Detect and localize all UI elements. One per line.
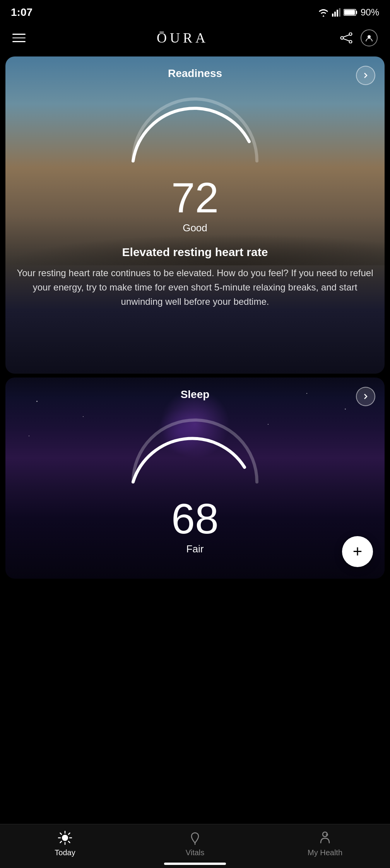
svg-line-11 <box>343 39 349 41</box>
svg-line-18 <box>60 833 62 835</box>
signal-icon <box>332 8 340 17</box>
nav-today[interactable]: Today <box>42 830 88 857</box>
svg-rect-2 <box>337 10 338 17</box>
health-icon <box>318 830 332 845</box>
status-time: 1:07 <box>11 6 32 19</box>
sleep-gauge <box>121 408 269 494</box>
nav-myhealth[interactable]: My Health <box>302 830 348 857</box>
readiness-insight-title: Elevated resting heart rate <box>15 246 375 259</box>
battery-percentage: 90% <box>361 7 379 18</box>
nav-today-label: Today <box>55 848 75 857</box>
svg-rect-1 <box>334 12 336 17</box>
svg-point-12 <box>368 35 371 38</box>
svg-line-20 <box>68 833 70 835</box>
nav-myhealth-label: My Health <box>308 848 342 857</box>
readiness-card: Readiness 72 Good Elevated resting heart… <box>5 56 385 374</box>
sleep-title: Sleep <box>15 388 375 401</box>
nav-vitals-label: Vitals <box>186 848 205 857</box>
status-bar: 1:07 90% <box>0 0 390 23</box>
svg-line-19 <box>68 841 70 843</box>
svg-rect-6 <box>344 10 355 15</box>
menu-button[interactable] <box>12 34 26 42</box>
readiness-score: 72 <box>15 176 375 219</box>
sleep-score-label: Fair <box>15 543 375 555</box>
readiness-score-label: Good <box>15 222 375 234</box>
header-actions <box>340 29 378 46</box>
battery-icon <box>344 9 358 16</box>
profile-button[interactable] <box>361 29 378 46</box>
add-button[interactable]: + <box>342 536 373 567</box>
app-logo: ŌURA <box>157 30 209 46</box>
svg-point-23 <box>323 832 327 837</box>
readiness-insight-body: Your resting heart rate continues to be … <box>15 266 375 309</box>
readiness-title: Readiness <box>15 67 375 80</box>
sun-icon <box>58 830 72 845</box>
svg-line-21 <box>60 841 62 843</box>
share-icon[interactable] <box>340 32 353 43</box>
svg-line-10 <box>343 35 349 37</box>
nav-vitals[interactable]: Vitals <box>172 830 218 857</box>
vitals-icon <box>188 830 202 845</box>
svg-rect-5 <box>356 11 357 14</box>
svg-point-7 <box>349 33 352 36</box>
home-indicator <box>164 863 226 865</box>
svg-rect-3 <box>339 8 340 17</box>
svg-rect-0 <box>332 14 334 17</box>
svg-point-8 <box>349 41 352 43</box>
svg-point-13 <box>62 835 68 841</box>
readiness-gauge <box>121 87 269 173</box>
wifi-icon <box>318 8 329 17</box>
sleep-score: 68 <box>15 497 375 540</box>
sleep-card: Sleep 68 Fair + <box>5 378 385 579</box>
app-header: ŌURA <box>0 23 390 53</box>
bottom-navigation: Today Vitals My Health <box>0 824 390 868</box>
svg-point-9 <box>340 37 343 39</box>
status-icons: 90% <box>318 7 379 18</box>
